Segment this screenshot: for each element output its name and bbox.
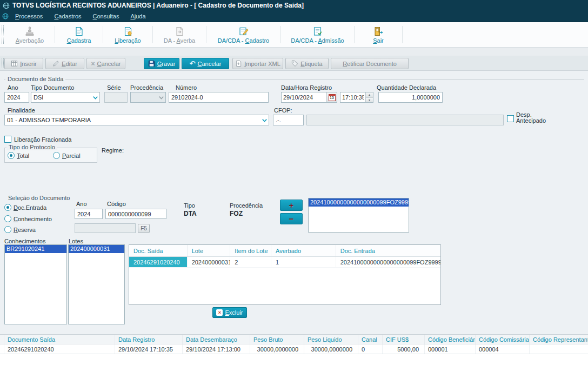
- cancel-x-icon: ×: [91, 61, 95, 67]
- column-header-data-desembaraco[interactable]: Data Desembaraço: [183, 335, 250, 344]
- protocolo-total-radio[interactable]: [8, 152, 15, 159]
- toolbar-averbacao-button[interactable]: Averbação: [6, 24, 53, 45]
- document-icon: [74, 26, 84, 37]
- documentos-listbox[interactable]: 20241000000000000000099FOZ999999: [308, 198, 409, 233]
- column-header-cif[interactable]: CIF US$: [383, 335, 425, 344]
- cell-peso-bruto: 30000,0000000: [250, 344, 304, 354]
- spinner-down-icon[interactable]: ▼: [366, 98, 373, 103]
- cell-beneficiario: 000001: [425, 344, 476, 354]
- table-row[interactable]: 20246291020240 202400000031 2 1 20241000…: [129, 257, 440, 268]
- liberacao-fracionada-checkbox[interactable]: [4, 136, 11, 143]
- list-item[interactable]: 20241000000000000000099FOZ999999: [309, 198, 409, 207]
- numero-input[interactable]: [169, 92, 269, 103]
- list-item[interactable]: 202400000031: [69, 245, 124, 253]
- column-header-comissaria[interactable]: Código Comissária: [476, 335, 530, 344]
- selecao-codigo-input[interactable]: [105, 209, 166, 219]
- form-pencil-icon: [238, 26, 249, 37]
- column-header-lote[interactable]: Lote: [188, 245, 231, 256]
- app-globe-icon: [2, 13, 9, 19]
- time-spinner: ▲ ▼: [365, 92, 373, 102]
- tipo-documento-select[interactable]: DSI: [31, 92, 100, 103]
- calendar-icon: 15: [329, 94, 336, 101]
- column-header-representante[interactable]: Código Representante: [530, 335, 588, 344]
- menu-processos[interactable]: Processos: [15, 13, 43, 19]
- cfop-input[interactable]: [273, 115, 304, 125]
- save-floppy-icon: [148, 60, 155, 67]
- column-header-data-registro[interactable]: Data Registro: [115, 335, 183, 344]
- data-registro-input[interactable]: [282, 92, 326, 102]
- group-border: [4, 79, 584, 79]
- excluir-button[interactable]: × Excluir: [212, 307, 247, 318]
- toolbar-cadastra-button[interactable]: Cadastra: [56, 24, 102, 45]
- column-header-doc-saida[interactable]: Doc. Saída: [129, 245, 188, 256]
- lotes-listbox[interactable]: 202400000031: [68, 244, 125, 324]
- inserir-button[interactable]: Inserir: [4, 58, 43, 69]
- f5-button[interactable]: F5: [138, 224, 150, 233]
- menu-ajuda[interactable]: Ajuda: [130, 13, 145, 19]
- lotes-label: Lotes: [69, 238, 83, 244]
- editar-button[interactable]: Editar: [45, 58, 84, 69]
- selecao-documento-title: Seleção do Documento: [6, 195, 72, 201]
- column-header-canal[interactable]: Canal: [358, 335, 383, 344]
- group-title-doc-saida: Documento de Saída: [5, 76, 65, 82]
- doc-entrada-radio[interactable]: [4, 204, 11, 211]
- column-header-peso-liquido[interactable]: Peso Liquido: [304, 335, 358, 344]
- finalidade-select[interactable]: 01 - ADMISSAO TEMPORARIA: [4, 115, 269, 125]
- gravar-button[interactable]: Gravar: [144, 58, 179, 69]
- data-registro-field: 15: [281, 92, 337, 103]
- remove-documento-button[interactable]: −: [280, 213, 303, 224]
- importar-xml-button[interactable]: Importar XML: [232, 58, 283, 69]
- hora-registro-input[interactable]: [340, 92, 365, 102]
- column-header-documento-saida[interactable]: Documento Saída: [4, 335, 115, 344]
- reserva-radio[interactable]: [4, 226, 11, 233]
- minus-icon: −: [289, 215, 294, 223]
- column-header-doc-entrada[interactable]: Doc. Entrada: [336, 245, 440, 256]
- toolbar-da-averba-button[interactable]: DA - Averba: [154, 24, 205, 45]
- cell-cif: 5000,00: [383, 344, 425, 354]
- table-row[interactable]: 20246291020240 29/10/2024 17:10:35 29/10…: [0, 344, 588, 354]
- protocolo-total-label: Total: [17, 152, 29, 159]
- selecao-ano-input[interactable]: [75, 209, 103, 219]
- quantidade-declarada-input[interactable]: [378, 92, 443, 103]
- cell-representante: [530, 344, 588, 354]
- select-value: 01 - ADMISSAO TEMPORARIA: [7, 117, 91, 123]
- toolbar-separator: [152, 26, 153, 43]
- protocolo-parcial-radio[interactable]: [53, 152, 60, 159]
- toolbar-dacda-admissao-button[interactable]: DA/CDA - Admissão: [282, 24, 353, 45]
- etiqueta-button[interactable]: Etiqueta: [285, 58, 329, 69]
- list-item[interactable]: BR291020241: [5, 245, 66, 253]
- cell-documento-saida: 20246291020240: [4, 344, 115, 354]
- toolbar-grip[interactable]: [2, 25, 4, 44]
- cell-lote: 202400000031: [188, 257, 231, 268]
- menu-cadastros[interactable]: Cadastros: [54, 13, 81, 19]
- toolbar-sair-button[interactable]: Sair: [356, 24, 401, 45]
- toolbar-liberacao-button[interactable]: Liberação: [104, 24, 151, 45]
- conhecimentos-listbox[interactable]: BR291020241: [4, 244, 67, 324]
- actionbar-grip[interactable]: [2, 58, 4, 68]
- column-header-peso-bruto[interactable]: Peso Bruto: [250, 335, 304, 344]
- conhecimento-radio[interactable]: [4, 215, 11, 222]
- calendar-button[interactable]: 15: [326, 92, 337, 102]
- cell-canal: 0: [358, 344, 383, 354]
- toolbar-dacda-cadastro-button[interactable]: DA/CDA - Cadastro: [208, 24, 279, 45]
- application-window: TOTVS LOGÍSTICA RECINTOS ADUANEIROS | Ad…: [0, 0, 588, 385]
- column-header-beneficiario[interactable]: Código Beneficiário: [425, 335, 476, 344]
- toolbar-separator: [55, 26, 55, 43]
- column-header-item-lote[interactable]: Item do Lote: [230, 245, 271, 256]
- ano-input[interactable]: [4, 92, 29, 103]
- button-label: Cancelar: [197, 61, 221, 67]
- chevron-down-icon: [92, 94, 99, 102]
- retificar-documento-button[interactable]: Retificar Documento: [331, 58, 409, 69]
- add-documento-button[interactable]: +: [280, 200, 303, 211]
- desp-antecipado-label: Desp. Antecipado: [516, 112, 552, 124]
- toolbar-label: DA/CDA - Admissão: [291, 37, 344, 44]
- cancelar-edicao-button[interactable]: ↶ Cancelar: [182, 58, 229, 69]
- menu-consultas[interactable]: Consultas: [93, 13, 119, 19]
- desp-antecipado-checkbox[interactable]: [507, 115, 514, 122]
- spinner-up-icon[interactable]: ▲: [366, 92, 373, 98]
- tag-icon: [291, 60, 298, 67]
- cancelar-button[interactable]: × Cancelar: [86, 58, 125, 69]
- plus-icon: +: [289, 201, 294, 209]
- column-header-averbado[interactable]: Averbado: [271, 245, 336, 256]
- cell-comissaria: 000004: [476, 344, 530, 354]
